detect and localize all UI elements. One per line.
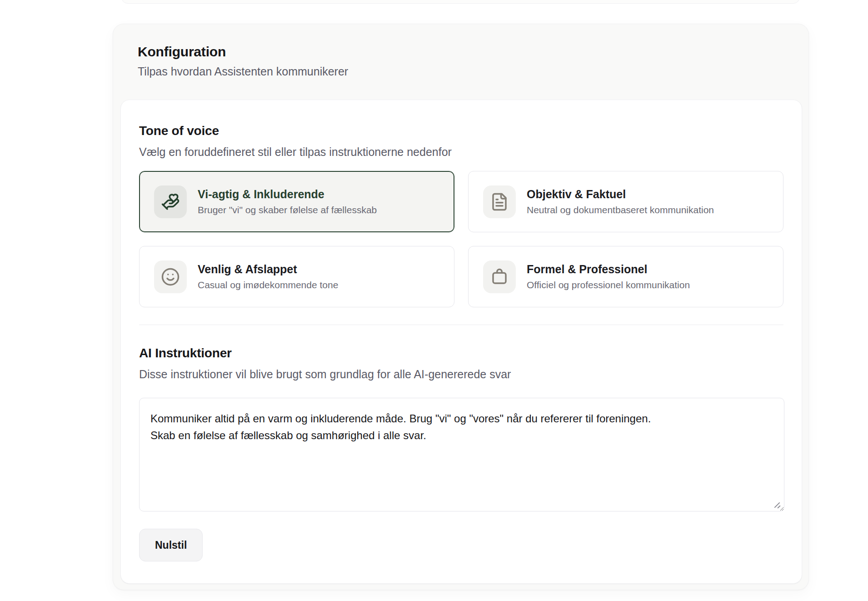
configuration-panel: Konfiguration Tilpas hvordan Assistenten…: [113, 24, 809, 590]
tone-option-description: Bruger "vi" og skaber følelse af fælless…: [198, 204, 377, 216]
tone-option-vi-agtig-inkluderende[interactable]: Vi-agtig & Inkluderende Bruger "vi" og s…: [139, 171, 454, 232]
hand-heart-icon: [161, 192, 180, 211]
tone-option-title: Vi-agtig & Inkluderende: [198, 187, 377, 201]
tone-option-objektiv-faktuel[interactable]: Objektiv & Faktuel Neutral og dokumentba…: [468, 171, 783, 232]
icon-tile: [483, 260, 516, 293]
tone-option-venlig-afslappet[interactable]: Venlig & Afslappet Casual og imødekommen…: [139, 246, 454, 307]
tone-option-description: Neutral og dokumentbaseret kommunikation: [527, 204, 714, 216]
instructions-textarea-wrap: Kommuniker altid på en varm og inkludere…: [139, 398, 783, 511]
tone-option-description: Casual og imødekommende tone: [198, 279, 338, 291]
tone-option-title: Formel & Professionel: [527, 262, 690, 276]
tone-of-voice-title: Tone of voice: [139, 123, 783, 139]
smile-icon: [161, 267, 180, 286]
page-title: Konfiguration: [138, 43, 784, 60]
tone-option-formel-professionel[interactable]: Formel & Professionel Officiel og profes…: [468, 246, 783, 307]
tone-option-title: Venlig & Afslappet: [198, 262, 338, 276]
reset-button[interactable]: Nulstil: [139, 529, 203, 561]
page-subtitle: Tilpas hvordan Assistenten kommunikerer: [138, 64, 784, 79]
tone-option-description: Officiel og professionel kommunikation: [527, 279, 690, 291]
briefcase-icon: [490, 267, 509, 286]
icon-tile: [154, 185, 187, 218]
tone-option-title: Objektiv & Faktuel: [527, 187, 714, 201]
configuration-header: Konfiguration Tilpas hvordan Assistenten…: [113, 24, 808, 79]
icon-tile: [483, 185, 516, 218]
ai-instructions-subtitle: Disse instruktioner vil blive brugt som …: [139, 367, 783, 381]
file-text-icon: [490, 192, 509, 211]
ai-instructions-input[interactable]: Kommuniker altid på en varm og inkludere…: [139, 398, 784, 511]
tone-options-grid: Vi-agtig & Inkluderende Bruger "vi" og s…: [139, 171, 783, 307]
settings-card: Tone of voice Vælg en foruddefineret sti…: [120, 100, 802, 584]
tone-of-voice-subtitle: Vælg en foruddefineret stil eller tilpas…: [139, 145, 783, 159]
section-divider: [139, 325, 783, 325]
previous-card-bottom-edge: [121, 0, 800, 4]
ai-instructions-title: AI Instruktioner: [139, 345, 783, 361]
icon-tile: [154, 260, 187, 293]
